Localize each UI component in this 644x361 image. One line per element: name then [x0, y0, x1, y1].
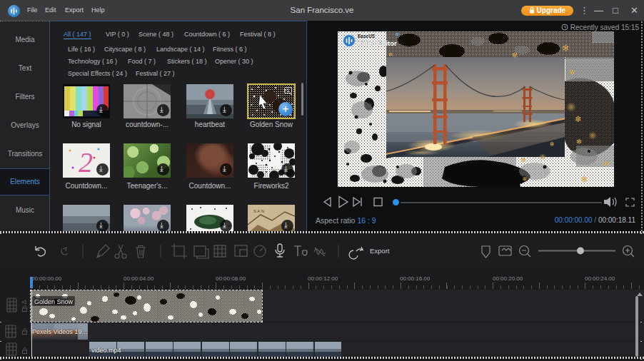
svg-text:Export: Export	[370, 247, 390, 255]
svg-text:❄: ❄	[520, 156, 526, 164]
svg-text:❄: ❄	[603, 160, 609, 168]
svg-text:❄: ❄	[511, 51, 518, 59]
svg-text:S A N: S A N	[253, 209, 264, 213]
svg-text:❄: ❄	[576, 138, 582, 146]
svg-text:❄: ❄	[568, 68, 575, 76]
svg-text:❄: ❄	[522, 176, 528, 183]
svg-text:EaseUS: EaseUS	[358, 34, 376, 39]
svg-text:❄: ❄	[395, 31, 400, 38]
svg-text:Video Editor: Video Editor	[357, 39, 397, 47]
svg-text:❄: ❄	[580, 174, 588, 185]
svg-text:❄: ❄	[562, 43, 570, 54]
svg-text:2: 2	[79, 146, 93, 178]
svg-text:❄: ❄	[549, 141, 555, 148]
svg-text:❄: ❄	[575, 114, 582, 124]
svg-text:❄: ❄	[388, 51, 393, 58]
